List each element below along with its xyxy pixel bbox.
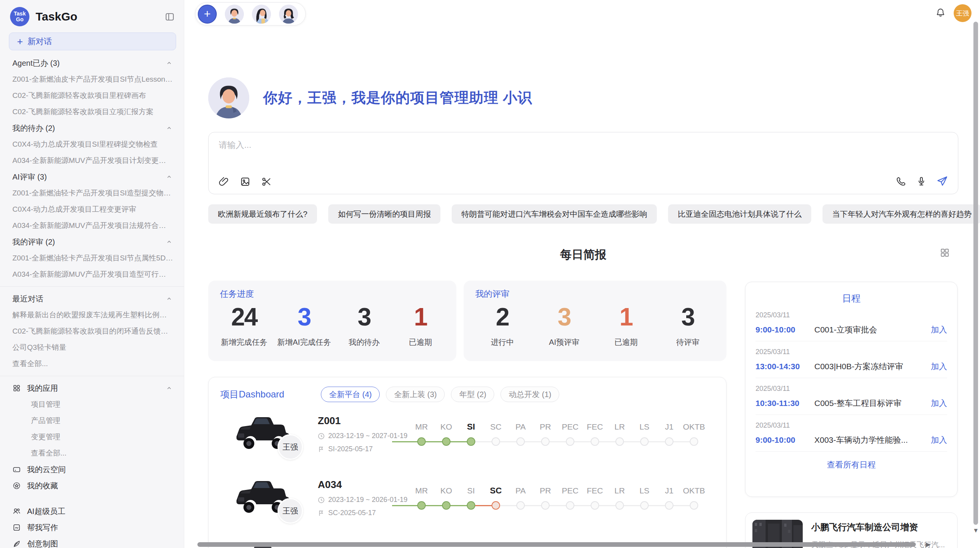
sidebar-item-cloud-space[interactable]: 我的云空间 (0, 461, 184, 478)
plus-icon: + (17, 36, 23, 48)
divider (0, 286, 184, 287)
sidebar-item[interactable]: Z001-全新燃油皮卡产品开发项目SI节点Lesson Learn报告 (0, 71, 184, 87)
sidebar-item[interactable]: Z001-全新燃油轻卡产品开发项目SI造型提交物评审 (0, 185, 184, 201)
send-icon[interactable] (937, 176, 948, 187)
recent-chat-item[interactable]: 公司Q3轻卡销量 (0, 339, 184, 356)
section-ai-review[interactable]: AI评审 (3) (0, 169, 184, 185)
project-name: Z001 (318, 415, 408, 427)
section-my-todo[interactable]: 我的待办 (2) (0, 120, 184, 136)
sidebar-item[interactable]: Z001-全新燃油轻卡产品开发项目SI节点属性5D文件评审 (0, 250, 184, 266)
sidebar-item[interactable]: C0X4-动力总成开发项目SI里程碑提交物检查 (0, 136, 184, 152)
stat-in-progress: 2进行中 (479, 303, 526, 348)
join-link[interactable]: 加入 (931, 435, 947, 445)
section-recent-chats[interactable]: 最近对话 (0, 291, 184, 307)
project-row-a034[interactable]: 王强 A034 2023-12-19 ~ 2026-01-19 SC-2025-… (209, 476, 726, 539)
vertical-scrollbar[interactable] (973, 22, 978, 525)
project-name: A034 (318, 479, 408, 491)
recent-chat-item[interactable]: 解释最新出台的欧盟报废车法规再生塑料比例被调至15%... (0, 307, 184, 323)
microphone-icon[interactable] (916, 176, 927, 187)
sidebar-item-my-apps[interactable]: 我的应用 (0, 380, 184, 396)
sidebar-item[interactable]: C0X4-动力总成开发项目工程变更评审 (0, 201, 184, 217)
schedule-time: 10:30-11:30 (756, 399, 814, 408)
sidebar-item-project-mgmt[interactable]: 项目管理 (0, 396, 184, 413)
my-review-card: 我的评审 2进行中 3AI预评审 1已逾期 3待评审 (464, 281, 726, 361)
schedule-date: 2025/03/11 (756, 385, 947, 393)
suggestion-chip[interactable]: 特朗普可能对进口汽车增税会对中国车企造成哪些影响 (452, 204, 657, 224)
project-owner-avatar: 王强 (278, 434, 303, 460)
taskgo-logo: Task Go (10, 7, 29, 26)
chevron-up-icon (166, 296, 172, 302)
stat-new-done: 24新增完成任务 (221, 303, 267, 348)
schedule-item: 2025/03/11 13:00-14:30 C003|H0B-方案冻结评审 加… (756, 341, 947, 378)
collapse-sidebar-icon[interactable] (165, 12, 175, 22)
suggestion-chip[interactable]: 如何写一份清晰的项目周报 (328, 204, 440, 224)
phone-call-icon[interactable] (896, 176, 906, 187)
user-avatar[interactable]: 王强 (954, 4, 971, 22)
scroll-down-arrow[interactable]: ▼ (973, 527, 979, 534)
divider (0, 376, 184, 376)
notification-bell-icon[interactable] (935, 8, 946, 18)
tab-new-platform[interactable]: 全新平台 (4) (321, 387, 380, 402)
schedule-event-title: C005-整车工程目标评审 (814, 398, 925, 409)
flag-icon (318, 510, 325, 517)
schedule-date: 2025/03/11 (756, 311, 947, 319)
write-doc-icon (12, 523, 21, 532)
suggestion-chip[interactable]: 当下年轻人对汽车外观有怎样的喜好趋势 (822, 204, 980, 224)
suggestion-chip[interactable]: 欧洲新规最近颁布了什么? (208, 204, 317, 224)
daily-brief-header: 每日简报 (208, 247, 958, 263)
attachment-icon[interactable] (219, 176, 229, 187)
sidebar-item[interactable]: C02-飞腾新能源轻客改款项目立项汇报方案 (0, 104, 184, 120)
recent-view-all[interactable]: 查看全部... (0, 356, 184, 372)
scissors-icon[interactable] (261, 176, 272, 187)
tab-new-body[interactable]: 全新上装 (3) (386, 387, 445, 402)
join-link[interactable]: 加入 (931, 361, 947, 372)
section-agent-done[interactable]: Agent已办 (3) (0, 55, 184, 71)
task-progress-stats: 24新增完成任务 3新增AI完成任务 3我的待办 1已逾期 (216, 303, 449, 348)
agent-avatar-1[interactable] (225, 5, 244, 24)
dashboard-body: 王强 Z001 2023-12-19 ~ 2027-01-19 SI-2025-… (209, 412, 726, 548)
logo-text-top: Task (14, 11, 26, 17)
view-all-schedule-link[interactable]: 查看所有日程 (756, 452, 947, 478)
dashboard-tabs: 全新平台 (4) 全新上装 (3) 年型 (2) 动总开发 (1) (321, 387, 559, 402)
sidebar-item-help-me-write[interactable]: 帮我写作 (0, 519, 184, 536)
horizontal-scrollbar[interactable] (197, 542, 916, 547)
layout-grid-icon[interactable] (940, 248, 950, 258)
image-icon[interactable] (240, 176, 250, 187)
project-row-z001[interactable]: 王强 Z001 2023-12-19 ~ 2027-01-19 SI-2025-… (209, 412, 726, 476)
quill-pen-icon (12, 539, 21, 548)
milestone-timeline: MR KO SI SC PA PR PEC FEC LR LS J1 OKTB (409, 486, 706, 510)
app-title: TaskGo (36, 10, 165, 23)
clock-icon (318, 497, 325, 503)
sidebar-item-ai-super-staff[interactable]: AI超级员工 (0, 503, 184, 519)
project-info: Z001 2023-12-19 ~ 2027-01-19 SI-2025-05-… (318, 415, 408, 453)
milestone: OKTB (682, 422, 706, 446)
sidebar-item[interactable]: C02-飞腾新能源轻客改款项目里程碑画布 (0, 87, 184, 104)
assistant-avatar (208, 77, 249, 118)
schedule-event-title: X003-车辆动力学性能验... (814, 435, 925, 445)
join-link[interactable]: 加入 (931, 324, 947, 335)
agent-avatar-3[interactable] (279, 5, 298, 24)
schedule-date: 2025/03/11 (756, 348, 947, 356)
app-root: Task Go TaskGo + 新对话 Agent已办 (3) Z001-全新… (0, 0, 980, 548)
section-my-review[interactable]: 我的评审 (2) (0, 234, 184, 250)
project-owner-avatar: 王强 (278, 498, 303, 524)
tab-powertrain[interactable]: 动总开发 (1) (500, 387, 559, 402)
agent-avatar-2[interactable] (252, 5, 271, 24)
sidebar-item[interactable]: A034-全新新能源MUV产品开发项目法规符合性评审 (0, 217, 184, 234)
scroll-right-arrow[interactable]: ▶ (926, 541, 930, 548)
tab-model-year[interactable]: 年型 (2) (451, 387, 494, 402)
sidebar-item-creative-drawing[interactable]: 创意制图 (0, 536, 184, 548)
new-chat-button[interactable]: + 新对话 (9, 33, 176, 50)
sidebar-item-product-mgmt[interactable]: 产品管理 (0, 413, 184, 429)
sidebar-item[interactable]: A034-全新新能源MUV产品开发项目造型可行性评审 (0, 266, 184, 283)
apps-view-all[interactable]: 查看全部... (0, 445, 184, 461)
join-link[interactable]: 加入 (931, 398, 947, 409)
add-agent-button[interactable]: + (198, 5, 217, 24)
chat-input[interactable] (219, 139, 946, 167)
sidebar-item-change-mgmt[interactable]: 变更管理 (0, 429, 184, 445)
recent-chat-item[interactable]: C02-飞腾新能源轻客改款项目的闭环通告反馈情况 (0, 323, 184, 339)
project-flag-date: SC-2025-05-17 (318, 509, 408, 517)
suggestion-chip[interactable]: 比亚迪全固态电池计划具体说了什么 (668, 204, 811, 224)
sidebar-item-favorites[interactable]: 我的收藏 (0, 478, 184, 494)
sidebar-item[interactable]: A034-全新新能源MUV产品开发项目计划变更表编写 (0, 152, 184, 169)
